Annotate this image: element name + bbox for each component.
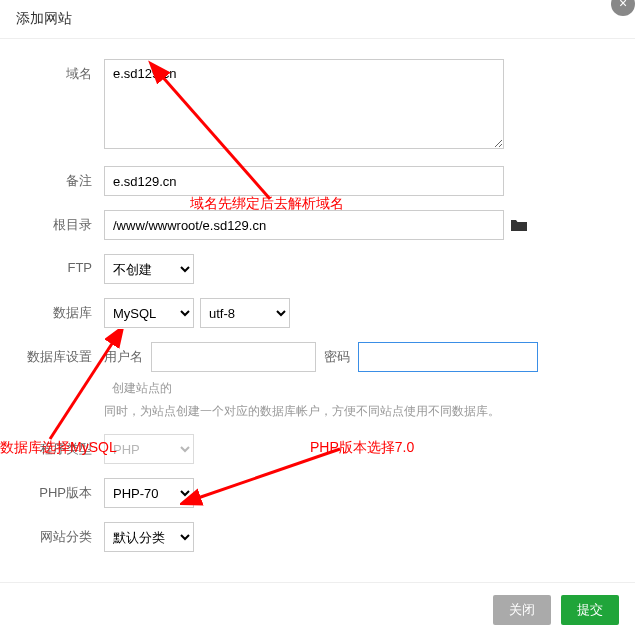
add-site-modal: × 添加网站 域名 e.sd129.cn 备注 根目录 FTP: [0, 0, 635, 637]
domain-label: 域名: [24, 59, 104, 83]
db-engine-select[interactable]: MySQL: [104, 298, 194, 328]
dbset-label: 数据库设置: [24, 342, 104, 366]
progtype-label: 程序类型: [24, 434, 104, 458]
remark-input[interactable]: [104, 166, 504, 196]
db-user-input[interactable]: [151, 342, 316, 372]
dbset-hint: 同时，为站点创建一个对应的数据库帐户，方便不同站点使用不同数据库。: [104, 403, 611, 420]
folder-icon[interactable]: [510, 218, 528, 232]
db-user-label: 用户名: [104, 348, 143, 366]
modal-title: 添加网站: [0, 0, 635, 39]
root-label: 根目录: [24, 210, 104, 234]
phpver-select[interactable]: PHP-70: [104, 478, 194, 508]
db-pass-input[interactable]: [358, 342, 538, 372]
root-input[interactable]: [104, 210, 504, 240]
submit-button[interactable]: 提交: [561, 595, 619, 625]
db-label: 数据库: [24, 298, 104, 322]
db-charset-select[interactable]: utf-8: [200, 298, 290, 328]
ftp-select[interactable]: 不创建: [104, 254, 194, 284]
close-button[interactable]: 关闭: [493, 595, 551, 625]
remark-label: 备注: [24, 166, 104, 190]
category-select[interactable]: 默认分类: [104, 522, 194, 552]
category-label: 网站分类: [24, 522, 104, 546]
dbset-side-text: 创建站点的: [112, 380, 172, 397]
db-pass-label: 密码: [324, 348, 350, 366]
modal-body: 域名 e.sd129.cn 备注 根目录 FTP 不: [0, 39, 635, 582]
modal-footer: 关闭 提交: [0, 582, 635, 637]
ftp-label: FTP: [24, 254, 104, 275]
phpver-label: PHP版本: [24, 478, 104, 502]
progtype-select: PHP: [104, 434, 194, 464]
domain-input[interactable]: e.sd129.cn: [104, 59, 504, 149]
